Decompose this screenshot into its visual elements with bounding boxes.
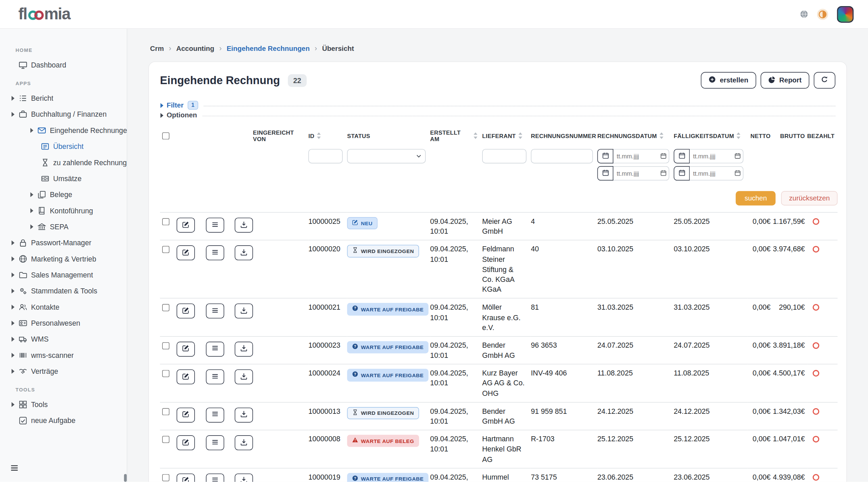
sidebar-item-umsatze[interactable]: Umsätze <box>0 171 127 187</box>
filter-lieferant-input[interactable] <box>482 149 527 163</box>
cell-rechnungsdatum: 11.08.2025 <box>597 364 674 402</box>
cell-faelligkeitsdatum: 24.12.2025 <box>674 402 748 430</box>
rechnungsdatum-from-calendar-button[interactable] <box>597 149 613 163</box>
details-button[interactable] <box>206 436 224 450</box>
sidebar-item-wms[interactable]: WMS <box>0 331 127 347</box>
cell-netto: 0,00€ <box>748 364 773 402</box>
sidebar-scrollbar[interactable] <box>124 474 127 482</box>
truck-icon <box>19 335 31 343</box>
faelligkeitsdatum-from-calendar-button[interactable] <box>674 149 690 163</box>
sidebar-item-eingehende-rechnungen[interactable]: Eingehende Rechnungen <box>0 122 127 138</box>
breadcrumb-crm[interactable]: Crm <box>150 44 164 52</box>
divider <box>202 115 835 116</box>
download-button[interactable] <box>235 474 253 482</box>
brand-logo[interactable]: fl mia <box>18 5 70 23</box>
sidebar-collapse-button[interactable] <box>0 464 127 482</box>
row-checkbox[interactable] <box>162 304 169 311</box>
edit-button[interactable] <box>177 304 195 319</box>
filter-toggle[interactable]: Filter 1 <box>160 100 835 110</box>
sidebar-item-marketing-vertrieb[interactable]: Marketing & Vertrieb <box>0 251 127 267</box>
sort-icon[interactable] <box>659 132 664 139</box>
details-button[interactable] <box>206 304 224 319</box>
unpaid-indicator-icon <box>813 304 820 311</box>
sort-icon[interactable] <box>473 132 478 139</box>
create-button[interactable]: erstellen <box>701 72 756 89</box>
filter-rechnungsnummer-input[interactable] <box>531 149 593 163</box>
sidebar-item-sales-management[interactable]: Sales Management <box>0 267 127 283</box>
sort-icon[interactable] <box>736 132 741 139</box>
language-globe-icon[interactable] <box>800 10 808 18</box>
cell-brutto: 290,10€ <box>773 298 807 336</box>
download-button[interactable] <box>235 369 253 384</box>
cell-netto: 0,00€ <box>748 240 773 298</box>
row-checkbox[interactable] <box>162 246 169 253</box>
edit-button[interactable] <box>177 369 195 384</box>
sidebar-item-passwort-manager[interactable]: Passwort-Manager <box>0 235 127 251</box>
filter-status-select[interactable] <box>347 149 426 163</box>
row-checkbox[interactable] <box>162 474 169 481</box>
edit-button[interactable] <box>177 436 195 450</box>
row-checkbox[interactable] <box>162 436 169 443</box>
sort-icon[interactable] <box>317 132 321 139</box>
col-rechnungsnummer: RECHNUNGSNUMMER <box>531 132 596 139</box>
row-checkbox[interactable] <box>162 370 169 377</box>
sidebar-item-stammdaten-tools[interactable]: Stammdaten & Tools <box>0 283 127 299</box>
sidebar-item-kontofuhrung[interactable]: Kontoführung <box>0 203 127 219</box>
download-button[interactable] <box>235 342 253 356</box>
row-checkbox[interactable] <box>162 408 169 415</box>
edit-button[interactable] <box>177 407 195 422</box>
rechnungsdatum-to-calendar-button[interactable] <box>597 166 613 180</box>
refresh-button[interactable] <box>814 72 835 89</box>
breadcrumb-accounting[interactable]: Accounting <box>176 44 214 52</box>
download-button[interactable] <box>235 304 253 319</box>
cell-rechnungsnummer: 40 <box>531 240 597 298</box>
sidebar-item-belege[interactable]: Belege <box>0 187 127 203</box>
sidebar-item-bericht[interactable]: Bericht <box>0 90 127 106</box>
breadcrumb-eingehende-rechnungen[interactable]: Eingehende Rechnungen <box>226 44 310 52</box>
breadcrumb-uebersicht[interactable]: Übersicht <box>322 44 354 52</box>
user-avatar[interactable] <box>837 6 854 22</box>
sidebar-item-tools[interactable]: Tools <box>0 397 127 412</box>
sidebar-item-buchhaltung-finanzen[interactable]: Buchhaltung / Finanzen <box>0 106 127 122</box>
details-button[interactable] <box>206 342 224 356</box>
report-button[interactable]: Report <box>761 72 809 89</box>
reset-button[interactable]: zurücksetzen <box>781 191 837 205</box>
search-button[interactable]: suchen <box>736 191 776 205</box>
details-button[interactable] <box>206 474 224 482</box>
details-button[interactable] <box>206 218 224 233</box>
row-checkbox[interactable] <box>162 342 169 349</box>
filter-id-input[interactable] <box>308 149 342 163</box>
select-all-checkbox[interactable] <box>162 132 169 139</box>
edit-button[interactable] <box>177 342 195 356</box>
sidebar-item-ubersicht[interactable]: Übersicht <box>0 138 127 154</box>
svg-text:?: ? <box>354 344 356 348</box>
sidebar-item-personalwesen[interactable]: Personalwesen <box>0 315 127 331</box>
theme-toggle-icon[interactable] <box>816 8 829 20</box>
download-button[interactable] <box>235 218 253 233</box>
sidebar-item-vertrage[interactable]: Verträge <box>0 363 127 379</box>
sidebar-item-zu-zahlende-rechnungen[interactable]: zu zahlende Rechnungen <box>0 155 127 171</box>
faelligkeitsdatum-to-calendar-button[interactable] <box>674 166 690 180</box>
sidebar-item-kontakte[interactable]: Kontakte <box>0 299 127 315</box>
edit-button[interactable] <box>177 474 195 482</box>
row-checkbox[interactable] <box>162 218 169 225</box>
sidebar-item-dashboard[interactable]: Dashboard <box>0 57 127 73</box>
table-row: 10000020 WIRD EINGEZOGEN 09.04.2025, 10:… <box>160 240 837 298</box>
download-button[interactable] <box>235 246 253 261</box>
cell-id: 10000020 <box>308 240 347 298</box>
edit-button[interactable] <box>177 218 195 233</box>
edit-button[interactable] <box>177 246 195 261</box>
sidebar-item-neue-aufgabe[interactable]: neue Aufgabe <box>0 412 127 428</box>
options-toggle[interactable]: Optionen <box>160 110 835 120</box>
sidebar-item-sepa[interactable]: SEPA <box>0 219 127 235</box>
sidebar-item-wms-scanner[interactable]: wms-scanner <box>0 347 127 363</box>
download-button[interactable] <box>235 407 253 422</box>
sort-icon[interactable] <box>518 132 522 139</box>
details-button[interactable] <box>206 246 224 261</box>
download-icon <box>240 221 248 230</box>
details-button[interactable] <box>206 369 224 384</box>
download-button[interactable] <box>235 436 253 450</box>
details-button[interactable] <box>206 407 224 422</box>
cell-rechnungsnummer: 91 959 851 <box>531 402 597 430</box>
handshake-icon <box>19 367 31 375</box>
